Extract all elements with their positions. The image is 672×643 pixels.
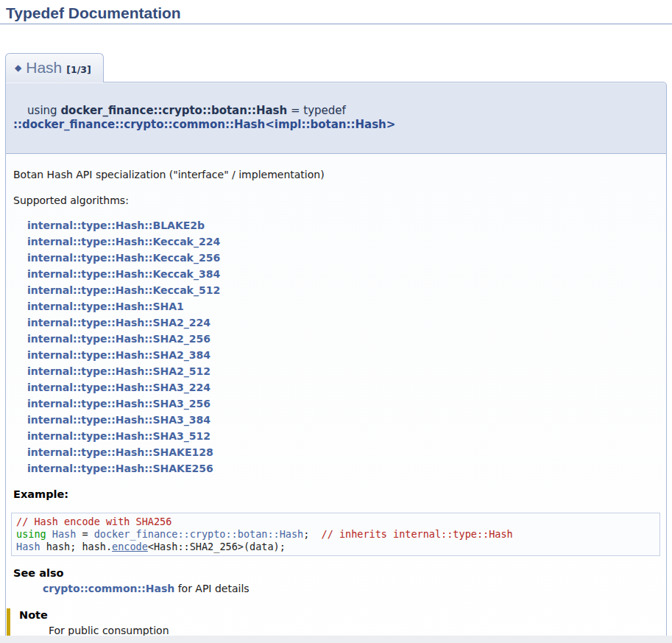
list-item: internal::type::Hash::SHA3_224 (27, 379, 659, 396)
code-plain: = (76, 528, 93, 540)
algorithm-link[interactable]: internal::type::Hash::SHAKE256 (27, 463, 213, 474)
list-item: internal::type::Hash::Keccak_512 (27, 282, 659, 298)
list-item: internal::type::Hash::SHA3_512 (27, 428, 659, 444)
algorithm-link[interactable]: internal::type::Hash::Keccak_384 (27, 268, 220, 280)
example-label: Example: (13, 488, 659, 501)
code-comment: // Hash encode with SHA256 (16, 516, 171, 527)
code-plain (46, 528, 52, 540)
tab-member-name: Hash (26, 59, 62, 76)
description-text: Botan Hash API specialization ("interfac… (13, 168, 659, 181)
algorithm-link[interactable]: internal::type::Hash::Keccak_224 (27, 236, 220, 247)
code-link[interactable]: Hash (16, 541, 40, 552)
algorithm-link[interactable]: internal::type::Hash::SHA2_384 (27, 349, 211, 361)
algorithm-link[interactable]: internal::type::Hash::SHA1 (27, 301, 184, 312)
page-footer-strip (0, 636, 672, 643)
member-tab[interactable]: ◆Hash[1/3] (5, 53, 104, 82)
algorithm-link[interactable]: internal::type::Hash::SHA3_224 (27, 382, 211, 393)
code-comment: // inherits internal::type::Hash (322, 528, 513, 540)
declaration-name: docker_finance::crypto::botan::Hash (60, 104, 287, 117)
list-item: internal::type::Hash::SHA3_384 (27, 412, 659, 428)
declaration-type-link[interactable]: ::docker_finance::crypto::common::Hash<i… (13, 118, 395, 131)
see-also-suffix: for API details (174, 583, 249, 594)
list-item: internal::type::Hash::BLAKE2b (27, 217, 659, 233)
algorithm-link[interactable]: internal::type::Hash::SHAKE128 (27, 446, 213, 458)
list-item: internal::type::Hash::Keccak_256 (27, 250, 659, 266)
code-link[interactable]: encode (112, 541, 148, 552)
algorithm-link[interactable]: internal::type::Hash::SHA3_512 (27, 430, 211, 442)
list-item: internal::type::Hash::SHA1 (27, 298, 659, 315)
list-item: internal::type::Hash::SHA2_384 (27, 347, 659, 363)
algorithm-link[interactable]: internal::type::Hash::SHA2_256 (27, 333, 211, 345)
algorithms-label: Supported algorithms: (13, 194, 659, 207)
code-line: // Hash encode with SHA256 (16, 516, 655, 528)
code-link[interactable]: Hash (52, 528, 77, 540)
algorithm-link[interactable]: internal::type::Hash::BLAKE2b (27, 219, 205, 231)
algorithm-link[interactable]: internal::type::Hash::Keccak_512 (27, 284, 220, 296)
code-plain: ; (303, 528, 321, 540)
permalink-diamond-icon[interactable]: ◆ (15, 63, 21, 73)
list-item: internal::type::Hash::SHA2_256 (27, 331, 659, 347)
list-item: internal::type::Hash::Keccak_224 (27, 233, 659, 250)
list-item: internal::type::Hash::SHAKE256 (27, 460, 659, 477)
list-item: internal::type::Hash::Keccak_384 (27, 266, 659, 282)
list-item: internal::type::Hash::SHA2_224 (27, 315, 659, 331)
code-block: // Hash encode with SHA256using Hash = d… (11, 513, 660, 556)
code-plain: <Hash::SHA2_256>(data); (148, 541, 286, 552)
code-line: Hash hash; hash.encode<Hash::SHA2_256>(d… (16, 541, 655, 553)
code-line: using Hash = docker_finance::crypto::bot… (16, 528, 655, 541)
see-also-label: See also (13, 566, 659, 580)
algorithm-link[interactable]: internal::type::Hash::SHA2_512 (27, 365, 211, 377)
algorithm-link[interactable]: internal::type::Hash::SHA2_224 (27, 317, 211, 328)
example-section: Example: (13, 488, 659, 501)
member-documentation: Botan Hash API specialization ("interfac… (5, 154, 667, 643)
algorithm-list: internal::type::Hash::BLAKE2binternal::t… (13, 217, 659, 477)
algorithm-link[interactable]: internal::type::Hash::SHA3_384 (27, 414, 211, 426)
algorithm-link[interactable]: internal::type::Hash::Keccak_256 (27, 252, 220, 264)
declaration-equals: = typedef (287, 104, 349, 117)
declaration-keyword: using (27, 104, 60, 117)
tab-member-index: [1/3] (66, 64, 91, 75)
member-item: ◆Hash[1/3] using docker_finance::crypto:… (5, 53, 667, 643)
list-item: internal::type::Hash::SHA2_512 (27, 363, 659, 379)
see-also-link[interactable]: crypto::common::Hash (43, 583, 174, 594)
list-item: internal::type::Hash::SHA3_256 (27, 396, 659, 412)
see-also-section: See also crypto::common::Hash for API de… (13, 566, 659, 595)
code-keyword: using (16, 528, 46, 540)
see-also-text: crypto::common::Hash for API details (43, 582, 659, 595)
code-plain: hash; hash. (40, 541, 113, 552)
code-link[interactable]: docker_finance::crypto::botan::Hash (94, 528, 303, 540)
page-title: Typedef Documentation (0, 0, 672, 24)
algorithm-link[interactable]: internal::type::Hash::SHA3_256 (27, 398, 211, 410)
typedef-declaration: using docker_finance::crypto::botan::Has… (5, 82, 667, 154)
list-item: internal::type::Hash::SHAKE128 (27, 444, 659, 460)
note-label: Note (19, 608, 659, 622)
